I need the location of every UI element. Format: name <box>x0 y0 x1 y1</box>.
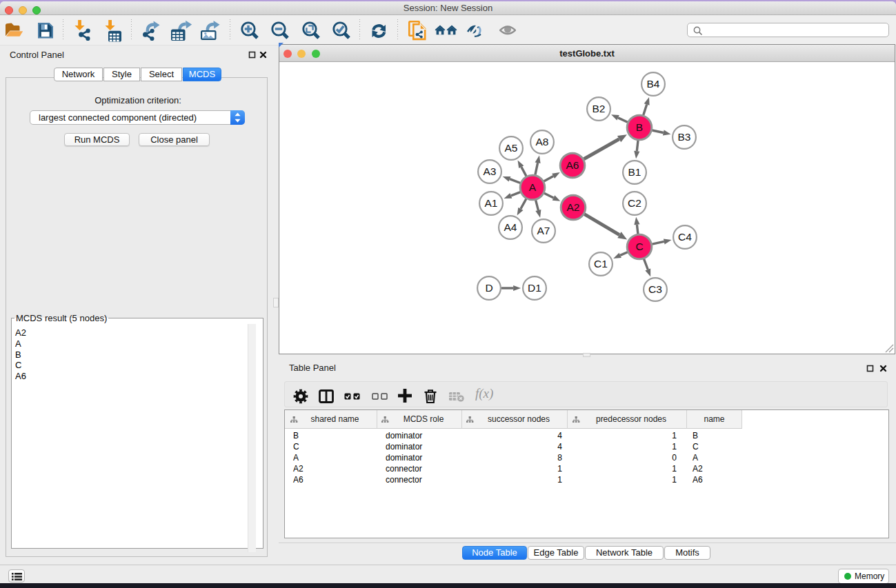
svg-text:A2: A2 <box>567 201 580 213</box>
svg-text:A5: A5 <box>505 142 518 154</box>
svg-text:D: D <box>485 282 492 294</box>
svg-text:C1: C1 <box>594 258 608 270</box>
svg-text:B3: B3 <box>678 131 691 143</box>
svg-text:A8: A8 <box>536 136 549 148</box>
svg-text:B: B <box>636 121 643 133</box>
svg-text:A: A <box>529 181 537 193</box>
svg-text:D1: D1 <box>528 282 541 294</box>
svg-text:A1: A1 <box>485 197 498 209</box>
svg-text:C3: C3 <box>648 283 662 295</box>
svg-text:B1: B1 <box>628 166 641 178</box>
svg-text:C4: C4 <box>678 231 692 243</box>
svg-text:B2: B2 <box>593 103 606 114</box>
svg-text:B4: B4 <box>647 78 660 90</box>
svg-text:C: C <box>635 241 643 252</box>
svg-text:A3: A3 <box>484 165 497 177</box>
svg-text:A7: A7 <box>537 225 550 236</box>
svg-text:A6: A6 <box>566 159 579 171</box>
svg-text:C2: C2 <box>628 197 641 209</box>
svg-text:A4: A4 <box>504 221 517 233</box>
